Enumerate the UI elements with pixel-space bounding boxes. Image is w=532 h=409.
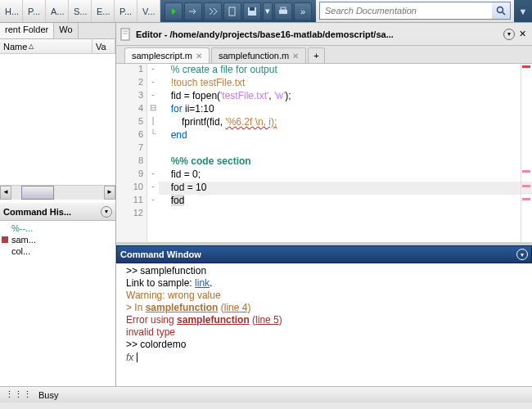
fx-icon[interactable]: fx <box>126 352 133 363</box>
close-icon[interactable]: ✕ <box>516 29 529 40</box>
menu-item[interactable]: H... <box>0 0 23 22</box>
command-window-header[interactable]: Command Window ▾ <box>116 245 532 263</box>
search-input[interactable] <box>320 2 492 19</box>
editor-header: Editor - /home/andy/projects/base16-matl… <box>116 23 532 46</box>
tab-workspace[interactable]: Wo <box>54 23 78 38</box>
status-text: Busy <box>38 390 58 400</box>
editor-body[interactable]: 123456789101112 ---⊟|└--- % create a fil… <box>116 64 532 242</box>
panel-menu-icon[interactable]: ▾ <box>503 29 515 40</box>
run-button[interactable] <box>165 2 183 20</box>
toolbar: ▾ » <box>160 0 316 22</box>
menubar: H...P...A...S...E...P...V... ▾ » ▼ <box>0 0 532 23</box>
search-button[interactable] <box>492 2 510 19</box>
marker-column <box>521 64 532 242</box>
more-button[interactable]: » <box>294 2 312 20</box>
svg-line-6 <box>503 12 505 15</box>
history-item[interactable]: %--... <box>2 222 114 234</box>
status-bar: ⋮⋮⋮ Busy <box>0 386 532 402</box>
tab-current-folder[interactable]: rent Folder <box>0 23 54 38</box>
link-line5[interactable]: line 5 <box>255 314 279 326</box>
layout-dropdown[interactable]: ▼ <box>514 0 532 22</box>
menu-item[interactable]: E... <box>92 0 115 22</box>
editor-title: Editor - /home/andy/projects/base16-matl… <box>136 29 503 39</box>
panel-menu-icon[interactable]: ▾ <box>101 206 112 218</box>
close-icon[interactable]: ✕ <box>196 52 202 61</box>
save-dropdown[interactable]: ▾ <box>263 2 273 20</box>
tab-samplescript[interactable]: samplescript.m✕ <box>124 47 210 63</box>
command-history-list: %--...sam...col... <box>0 221 115 386</box>
command-window[interactable]: >> samplefunction Link to sample: link. … <box>116 263 532 386</box>
step-in-button[interactable] <box>204 2 222 20</box>
svg-rect-2 <box>250 7 255 11</box>
editor-tabs: samplescript.m✕ samplefunction.m✕ + <box>116 46 532 64</box>
col-value[interactable]: Va <box>92 39 115 53</box>
editor-icon <box>119 28 133 41</box>
history-item[interactable]: col... <box>2 245 114 257</box>
history-item[interactable]: sam... <box>2 234 114 245</box>
fold-column[interactable]: ---⊟|└--- <box>147 64 159 242</box>
tab-samplefunction[interactable]: samplefunction.m✕ <box>211 47 306 63</box>
svg-rect-3 <box>279 10 287 14</box>
print-button[interactable] <box>274 2 292 20</box>
h-scrollbar[interactable]: ◄► <box>0 185 115 200</box>
svg-rect-4 <box>281 7 286 10</box>
menu-item[interactable]: P... <box>23 0 46 22</box>
status-grip-icon: ⋮⋮⋮ <box>5 389 32 400</box>
close-icon[interactable]: ✕ <box>292 52 299 61</box>
search-box <box>319 2 511 20</box>
current-folder-panel: Name△ Va ◄► <box>0 39 115 203</box>
link[interactable]: link <box>195 277 210 289</box>
folder-tabstrip: rent Folder Wo <box>0 23 115 39</box>
link-samplefunction[interactable]: samplefunction <box>146 302 219 313</box>
command-history-header[interactable]: Command His... ▾ <box>0 203 115 221</box>
svg-point-5 <box>498 7 503 13</box>
svg-rect-7 <box>121 29 129 40</box>
link-line4[interactable]: line 4 <box>224 302 248 313</box>
menu-item[interactable]: V... <box>138 0 160 22</box>
menu-item[interactable]: S... <box>69 0 92 22</box>
save-button[interactable] <box>243 2 261 20</box>
col-name[interactable]: Name△ <box>0 39 92 53</box>
code-area[interactable]: % create a file for output !touch testFi… <box>159 64 532 242</box>
svg-rect-0 <box>229 7 235 16</box>
link-samplefunction[interactable]: samplefunction <box>177 314 250 326</box>
menu-item[interactable]: P... <box>115 0 138 22</box>
new-file-button[interactable] <box>223 2 241 20</box>
line-gutter: 123456789101112 <box>116 64 147 242</box>
panel-menu-icon[interactable]: ▾ <box>516 249 528 260</box>
menu-item[interactable]: A... <box>46 0 69 22</box>
step-button[interactable] <box>184 2 202 20</box>
new-tab-button[interactable]: + <box>308 47 324 63</box>
